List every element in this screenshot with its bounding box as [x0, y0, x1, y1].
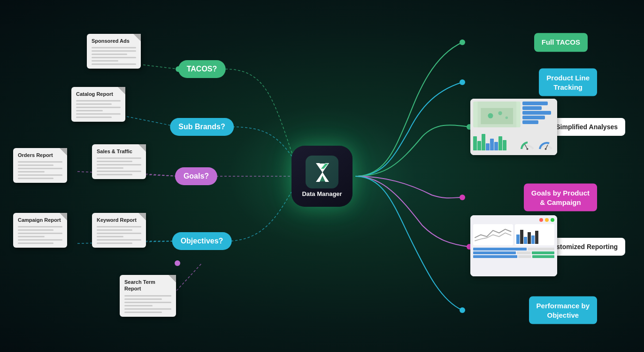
doc-line [97, 239, 141, 241]
doc-line [18, 164, 54, 166]
campaign-report-title: Campaign Report [18, 217, 62, 223]
doc-line [18, 171, 45, 172]
tacos-bubble: TACOS? [178, 60, 226, 78]
svg-point-23 [498, 111, 502, 115]
doc-line [76, 117, 112, 118]
svg-line-6 [174, 263, 202, 294]
doc-line [97, 229, 132, 231]
doc-line [92, 63, 136, 65]
keyword-report-card: Keyword Report [92, 213, 146, 248]
keyword-report-title: Keyword Report [97, 217, 141, 223]
catalog-report-card: Catalog Report [71, 87, 125, 122]
search-term-report-card: Search Term Report [120, 275, 176, 317]
sponsored-ads-card: Sponsored Ads [87, 34, 141, 69]
center-node: Data Manager [291, 146, 353, 207]
doc-line [92, 47, 136, 48]
doc-line [124, 308, 171, 310]
svg-point-10 [460, 195, 465, 200]
performance-node: Performance byObjective [529, 297, 597, 324]
doc-line [18, 229, 54, 231]
doc-line [76, 107, 121, 108]
doc-lines [97, 157, 141, 175]
doc-line [97, 233, 141, 234]
doc-line [124, 302, 171, 303]
svg-point-8 [460, 79, 465, 85]
doc-line [18, 239, 62, 241]
orders-report-card: Orders Report [13, 148, 67, 183]
svg-point-22 [488, 113, 493, 118]
doc-line [76, 110, 103, 111]
doc-line [97, 242, 132, 244]
campaign-report-card: Campaign Report [13, 213, 67, 248]
doc-line [18, 226, 62, 227]
doc-line [92, 50, 136, 52]
doc-line [18, 168, 62, 169]
doc-line [97, 161, 132, 162]
goals-campaign-node: Goals by Product& Campaign [524, 184, 597, 211]
svg-line-3 [146, 174, 178, 176]
doc-line [97, 171, 141, 172]
doc-line [124, 298, 162, 300]
doc-line [18, 178, 54, 179]
doc-line [97, 174, 132, 175]
svg-line-0 [143, 65, 178, 69]
doc-line [97, 157, 141, 159]
doc-line [92, 57, 136, 58]
simplified-analyses-node: Simplified Analyses [548, 118, 625, 136]
doc-line [18, 242, 54, 244]
doc-line [76, 103, 112, 105]
doc-line [92, 60, 118, 62]
sub-brands-bubble: Sub Brands? [170, 118, 234, 136]
doc-line [124, 312, 162, 313]
objectives-bubble: Objectives? [172, 232, 232, 250]
doc-lines [97, 226, 141, 244]
doc-lines [76, 100, 121, 118]
doc-line [124, 305, 153, 306]
svg-point-24 [506, 117, 508, 119]
doc-line [18, 233, 62, 234]
svg-point-17 [175, 260, 180, 266]
doc-line [76, 113, 121, 115]
svg-rect-19 [306, 156, 338, 188]
doc-lines [92, 47, 136, 65]
svg-point-7 [460, 39, 465, 45]
doc-line [97, 164, 141, 165]
simplified-dashboard-preview [470, 99, 557, 155]
customized-dashboard-preview [470, 215, 557, 276]
doc-line [124, 295, 171, 297]
goals-bubble: Goals? [175, 167, 217, 185]
orders-report-title: Orders Report [18, 152, 62, 158]
data-manager-icon [306, 156, 338, 188]
doc-line [92, 54, 127, 55]
doc-line [97, 167, 123, 169]
center-label: Data Manager [302, 190, 342, 197]
svg-point-12 [460, 307, 465, 313]
catalog-report-title: Catalog Report [76, 91, 121, 97]
full-tacos-node: Full TACOS [534, 33, 588, 52]
doc-line [76, 100, 121, 102]
sales-traffic-card: Sales & Traffic [92, 144, 146, 179]
sponsored-ads-title: Sponsored Ads [92, 38, 136, 44]
doc-line [18, 174, 62, 176]
product-line-node: Product LineTracking [539, 69, 597, 96]
doc-line [97, 226, 141, 227]
doc-lines [124, 295, 171, 313]
doc-line [97, 236, 123, 237]
doc-lines [18, 161, 62, 179]
doc-lines [18, 226, 62, 244]
sales-traffic-title: Sales & Traffic [97, 148, 141, 155]
doc-line [18, 161, 62, 163]
doc-line [18, 236, 45, 237]
search-term-report-title: Search Term Report [124, 279, 171, 292]
